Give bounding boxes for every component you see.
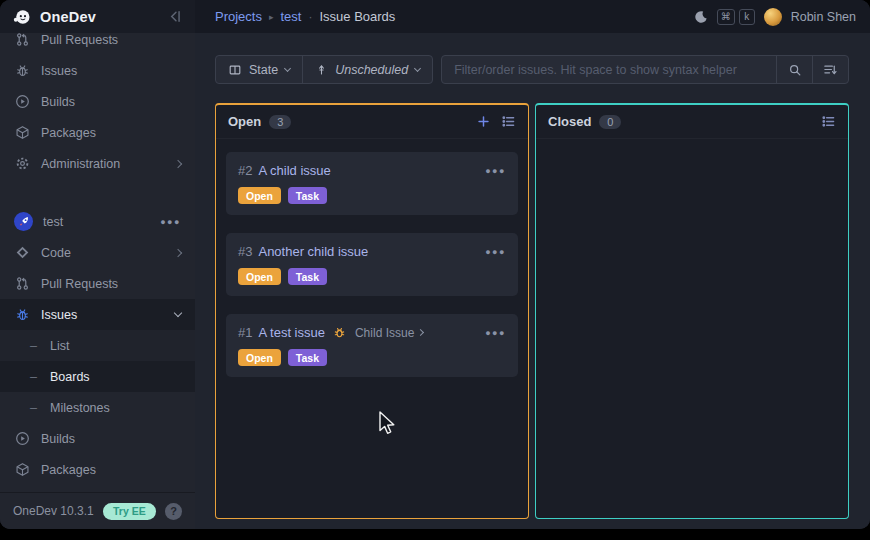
child-issue-bug-icon: [333, 326, 346, 339]
type-badge: Task: [288, 268, 327, 285]
package-icon: [14, 125, 31, 140]
type-badge: Task: [288, 187, 327, 204]
issue-board: Open 3 #2 A ch: [215, 103, 849, 519]
chevron-right-icon: [174, 159, 182, 167]
card-header: #1 A test issue: [238, 325, 506, 340]
issue-title[interactable]: A test issue: [258, 325, 324, 340]
breadcrumb-projects-link[interactable]: Projects: [215, 9, 262, 24]
board-column-open: Open 3 #2 A ch: [215, 103, 529, 519]
sub-item-dash: –: [30, 370, 40, 384]
code-icon: [14, 245, 31, 260]
board-columns-icon: [228, 63, 242, 77]
search-button[interactable]: [776, 56, 812, 83]
sidebar-item-label: Code: [41, 246, 71, 260]
onedev-logo-icon[interactable]: [12, 7, 32, 27]
issue-card[interactable]: #1 A test issue: [226, 314, 518, 377]
dark-mode-toggle-icon[interactable]: [694, 10, 708, 24]
chevron-down-icon: [284, 65, 291, 72]
filter-input[interactable]: [442, 56, 776, 83]
sidebar-item-issues-list[interactable]: – List: [0, 330, 195, 361]
filter-bar: [441, 55, 849, 84]
user-avatar[interactable]: [764, 8, 782, 26]
shortcut-modifier-key: ⌘: [717, 9, 735, 25]
sidebar-item-project-pull-requests[interactable]: Pull Requests: [0, 268, 195, 299]
sidebar-item-label: List: [50, 339, 69, 353]
order-button[interactable]: [812, 56, 848, 83]
try-ee-badge[interactable]: Try EE: [103, 503, 156, 520]
topbar-actions: ⌘ k Robin Shen: [694, 8, 870, 26]
sidebar-item-administration[interactable]: Administration: [0, 148, 195, 179]
sidebar-item-label: Issues: [41, 64, 77, 78]
column-actions: [477, 114, 516, 129]
sidebar-item-label: Builds: [41, 432, 75, 446]
chevron-right-icon: [174, 248, 182, 256]
gear-icon: [14, 156, 31, 171]
sidebar-item-label: Packages: [41, 463, 96, 477]
issue-number: #2: [238, 163, 252, 178]
pull-request-icon: [14, 276, 31, 291]
pull-request-icon: [14, 33, 31, 47]
card-list: [536, 139, 848, 165]
card-labels: Open Task: [238, 349, 506, 366]
card-labels: Open Task: [238, 187, 506, 204]
state-badge: Open: [238, 187, 281, 204]
board-toolbar: State Unscheduled: [215, 55, 849, 84]
brand-name: OneDev: [40, 9, 96, 25]
sidebar-item-builds[interactable]: Builds: [0, 86, 195, 117]
column-title: Open: [228, 114, 261, 129]
chevron-down-icon: [174, 309, 182, 317]
sidebar-item-code[interactable]: Code: [0, 237, 195, 268]
sidebar-item-label: Pull Requests: [41, 33, 118, 47]
issue-card[interactable]: #2 A child issue ●●● Open Task: [226, 152, 518, 215]
breadcrumb-separator-icon: ▸: [269, 12, 274, 22]
sidebar-item-packages[interactable]: Packages: [0, 117, 195, 148]
add-issue-icon[interactable]: [477, 115, 490, 128]
brand-area: OneDev: [0, 0, 195, 33]
project-avatar: [14, 212, 33, 231]
column-header: Closed 0: [536, 105, 848, 139]
milestone-icon: [315, 63, 328, 76]
card-more-icon[interactable]: ●●●: [485, 166, 506, 176]
column-actions: [821, 114, 836, 129]
sidebar: Pull Requests Issues: [0, 33, 195, 529]
breadcrumb-project-link[interactable]: test: [281, 9, 302, 24]
help-icon[interactable]: ?: [165, 503, 182, 520]
sidebar-item-project-issues[interactable]: Issues: [0, 299, 195, 330]
sidebar-item-issues[interactable]: Issues: [0, 55, 195, 86]
sidebar-item-project-packages[interactable]: Packages: [0, 454, 195, 485]
sidebar-item-issues-boards[interactable]: – Boards: [0, 361, 195, 392]
sidebar-item-label: Packages: [41, 126, 96, 140]
chevron-right-icon: [417, 329, 424, 336]
board-select-button[interactable]: State: [216, 56, 302, 83]
iteration-select-label: Unscheduled: [335, 63, 408, 77]
project-more-icon[interactable]: ●●●: [160, 217, 181, 227]
sidebar-footer: OneDev 10.3.1 Try EE ?: [0, 492, 195, 529]
sidebar-menu: Pull Requests Issues: [0, 33, 195, 516]
card-list: #2 A child issue ●●● Open Task #3 Anothe…: [216, 139, 528, 390]
collapse-sidebar-icon[interactable]: [168, 9, 183, 24]
sub-item-dash: –: [30, 339, 40, 353]
child-issue-link-label: Child Issue: [355, 326, 414, 340]
sidebar-item-project-builds[interactable]: Builds: [0, 423, 195, 454]
issue-card[interactable]: #3 Another child issue ●●● Open Task: [226, 233, 518, 296]
sidebar-project-header[interactable]: test ●●●: [0, 206, 195, 237]
sidebar-item-label: Milestones: [50, 401, 110, 415]
play-circle-icon: [14, 94, 31, 109]
sidebar-item-label: Pull Requests: [41, 277, 118, 291]
chevron-down-icon: [414, 65, 421, 72]
child-issue-link[interactable]: Child Issue: [355, 326, 423, 340]
sub-item-dash: –: [30, 401, 40, 415]
user-name[interactable]: Robin Shen: [791, 10, 856, 24]
card-labels: Open Task: [238, 268, 506, 285]
sidebar-item-issues-milestones[interactable]: – Milestones: [0, 392, 195, 423]
card-more-icon[interactable]: ●●●: [485, 247, 506, 257]
app-window: OneDev Projects ▸ test · Issue Boards ⌘ …: [0, 0, 870, 529]
card-more-icon[interactable]: ●●●: [485, 328, 506, 338]
board-select-label: State: [249, 63, 278, 77]
sidebar-item-pull-requests[interactable]: Pull Requests: [0, 33, 195, 55]
issue-title[interactable]: A child issue: [258, 163, 330, 178]
iteration-select-button[interactable]: Unscheduled: [302, 56, 432, 83]
column-menu-icon[interactable]: [501, 114, 516, 129]
column-menu-icon[interactable]: [821, 114, 836, 129]
issue-title[interactable]: Another child issue: [258, 244, 368, 259]
